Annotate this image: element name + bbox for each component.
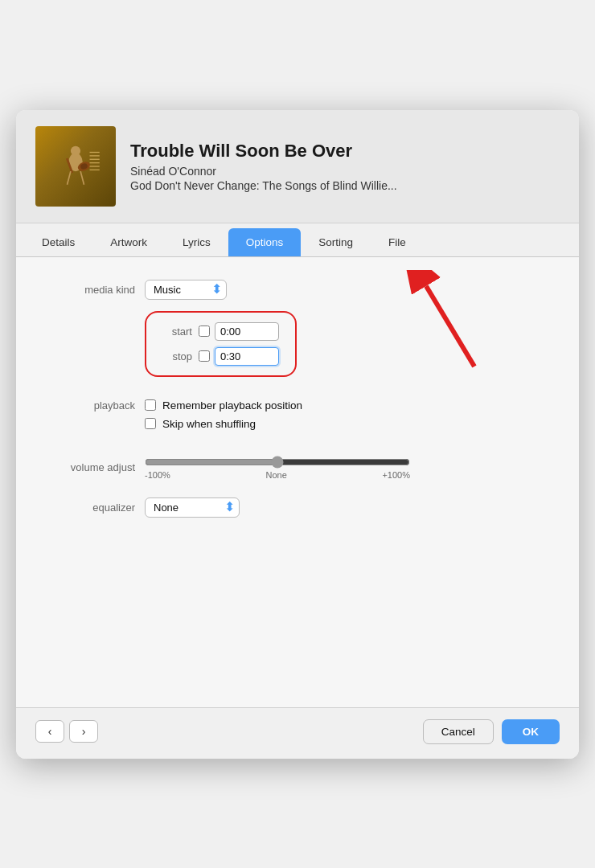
stop-row: stop (154, 347, 279, 366)
equalizer-select[interactable]: None Acoustic Bass Booster Classical Dan… (145, 497, 240, 518)
ss-side-label (48, 311, 145, 322)
slider-track-row (145, 456, 547, 469)
media-kind-select-wrapper: Music Movie TV Show Podcast Audiobook ⬍ (145, 280, 227, 300)
track-album: God Don't Never Change: The Songs of Bli… (130, 179, 560, 192)
remember-playback-label: Remember playback position (162, 399, 302, 411)
playback-row: playback Remember playback position Skip… (48, 399, 547, 444)
next-button[interactable]: › (69, 720, 98, 743)
track-artist: Sinéad O'Connor (130, 165, 560, 178)
track-title: Trouble Will Soon Be Over (130, 141, 560, 162)
svg-line-5 (68, 171, 71, 185)
prev-button[interactable]: ‹ (35, 720, 64, 743)
skip-shuffling-checkbox[interactable] (145, 418, 156, 429)
tab-file[interactable]: File (371, 228, 424, 256)
song-info-dialog: Trouble Will Soon Be Over Sinéad O'Conno… (16, 110, 579, 759)
volume-adjust-label: volume adjust (48, 461, 145, 473)
album-art (35, 126, 116, 207)
equalizer-select-wrapper: None Acoustic Bass Booster Classical Dan… (145, 497, 240, 518)
slider-labels: -100% None +100% (145, 470, 410, 480)
playback-label: playback (48, 399, 145, 411)
stop-label: stop (154, 350, 199, 362)
svg-line-6 (80, 171, 84, 185)
start-input[interactable] (215, 322, 279, 341)
nav-arrows: ‹ › (35, 720, 98, 743)
options-content: media kind Music Movie TV Show Podcast A… (16, 257, 579, 707)
media-kind-label: media kind (48, 284, 145, 296)
dialog-header: Trouble Will Soon Be Over Sinéad O'Conno… (16, 110, 579, 223)
bottom-nav: ‹ › Cancel OK (16, 707, 579, 759)
skip-shuffling-label: Skip when shuffling (162, 418, 256, 430)
tab-sorting[interactable]: Sorting (301, 228, 371, 256)
cancel-button[interactable]: Cancel (423, 719, 494, 744)
ok-button[interactable]: OK (502, 719, 560, 744)
track-info: Trouble Will Soon Be Over Sinéad O'Conno… (130, 141, 560, 192)
volume-max-label: +100% (382, 470, 410, 480)
equalizer-label: equalizer (48, 502, 145, 514)
start-stop-outer: start stop (48, 311, 547, 388)
tab-details[interactable]: Details (24, 228, 92, 256)
stop-input[interactable] (215, 347, 279, 366)
media-kind-row: media kind Music Movie TV Show Podcast A… (48, 280, 547, 300)
start-stop-wrapper: start stop (145, 311, 297, 377)
tab-artwork[interactable]: Artwork (92, 228, 165, 256)
remember-playback-checkbox[interactable] (145, 399, 156, 411)
volume-adjust-section: volume adjust -100% None +100% (48, 456, 547, 480)
tab-lyrics[interactable]: Lyrics (165, 228, 228, 256)
equalizer-row: equalizer None Acoustic Bass Booster Cla… (48, 497, 547, 518)
media-kind-select[interactable]: Music Movie TV Show Podcast Audiobook (145, 280, 227, 300)
volume-min-label: -100% (145, 470, 170, 480)
start-row: start (154, 322, 279, 341)
start-checkbox[interactable] (199, 326, 210, 337)
playback-options: Remember playback position Skip when shu… (145, 399, 302, 430)
stop-checkbox[interactable] (199, 350, 210, 362)
tab-options[interactable]: Options (228, 228, 302, 256)
action-buttons: Cancel OK (423, 719, 560, 744)
start-label: start (154, 326, 199, 338)
remember-playback-row: Remember playback position (145, 399, 302, 411)
volume-none-label: None (265, 470, 286, 480)
volume-slider-wrap: -100% None +100% (145, 456, 547, 480)
volume-slider[interactable] (145, 456, 410, 469)
tabs-bar: Details Artwork Lyrics Options Sorting F… (16, 223, 579, 257)
skip-shuffling-row: Skip when shuffling (145, 418, 302, 430)
